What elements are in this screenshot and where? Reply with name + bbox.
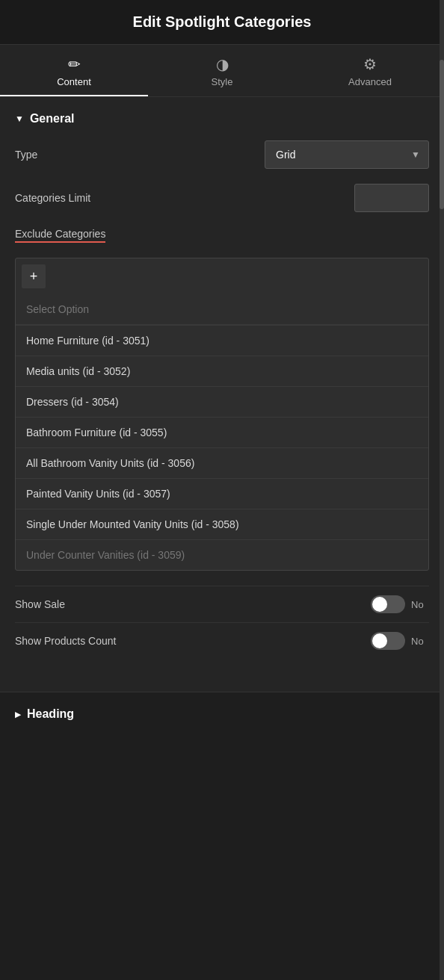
general-section: ▼ General Type Grid List Carousel ▼ Cate…: [15, 112, 429, 659]
tab-content-label: Content: [57, 76, 91, 87]
page-title: Edit Spotlight Categories: [133, 13, 312, 30]
exclude-categories-dropdown: + Select Option Home Furniture (id - 305…: [15, 258, 429, 571]
list-item[interactable]: Painted Vanity Units (id - 3057): [16, 478, 428, 509]
pencil-icon: ✏: [68, 57, 81, 72]
categories-limit-label: Categories Limit: [15, 192, 90, 204]
show-sale-label: Show Sale: [15, 598, 65, 610]
general-section-header: ▼ General: [15, 112, 429, 125]
list-item-partial: Under Counter Vanities (id - 3059): [16, 539, 428, 570]
tab-style-label: Style: [212, 76, 233, 87]
tab-style[interactable]: ◑ Style: [148, 45, 296, 96]
list-item[interactable]: Dressers (id - 3054): [16, 386, 428, 417]
gear-icon: ⚙: [363, 57, 377, 72]
tab-content[interactable]: ✏ Content: [0, 45, 148, 96]
show-products-count-row: Show Products Count No: [15, 622, 429, 659]
exclude-categories-section: Exclude Categories + Select Option Home …: [15, 227, 429, 659]
heading-section: ▶ Heading: [0, 692, 444, 736]
type-select-wrapper: Grid List Carousel ▼: [265, 140, 429, 169]
plus-icon: +: [30, 269, 38, 285]
heading-section-header[interactable]: ▶ Heading: [15, 707, 429, 721]
heading-expand-arrow[interactable]: ▶: [15, 710, 21, 719]
show-products-count-toggle-wrapper: No: [371, 632, 429, 650]
show-sale-toggle-wrapper: No: [371, 595, 429, 613]
type-label: Type: [15, 149, 37, 161]
scrollbar-track: [440, 0, 444, 980]
show-sale-row: Show Sale No: [15, 586, 429, 622]
tab-advanced-label: Advanced: [348, 76, 392, 87]
type-select[interactable]: Grid List Carousel: [265, 140, 429, 169]
exclude-categories-label: Exclude Categories: [15, 228, 105, 243]
circle-half-icon: ◑: [216, 57, 229, 72]
show-products-count-toggle[interactable]: [371, 632, 405, 650]
general-section-title: General: [30, 112, 75, 125]
page-header: Edit Spotlight Categories: [0, 0, 444, 45]
list-item[interactable]: Media units (id - 3052): [16, 356, 428, 386]
show-sale-status: No: [411, 599, 429, 610]
list-item[interactable]: Single Under Mounted Vanity Units (id - …: [16, 509, 428, 539]
show-products-count-status: No: [411, 636, 429, 647]
dropdown-placeholder: Select Option: [16, 294, 428, 325]
categories-limit-field-row: Categories Limit: [15, 184, 429, 212]
heading-section-title: Heading: [27, 707, 74, 721]
show-products-count-label: Show Products Count: [15, 635, 116, 647]
list-item[interactable]: All Bathroom Vanity Units (id - 3056): [16, 447, 428, 478]
show-sale-toggle[interactable]: [371, 595, 405, 613]
add-category-button[interactable]: +: [22, 264, 46, 288]
scrollbar-thumb[interactable]: [440, 60, 444, 209]
main-content: ▼ General Type Grid List Carousel ▼ Cate…: [0, 97, 444, 692]
categories-limit-input[interactable]: [354, 184, 429, 212]
general-collapse-arrow[interactable]: ▼: [15, 114, 24, 124]
category-dropdown-list: Select Option Home Furniture (id - 3051)…: [16, 294, 428, 570]
tab-advanced[interactable]: ⚙ Advanced: [296, 45, 444, 96]
list-item[interactable]: Home Furniture (id - 3051): [16, 325, 428, 356]
type-field-row: Type Grid List Carousel ▼: [15, 140, 429, 169]
tab-bar: ✏ Content ◑ Style ⚙ Advanced: [0, 45, 444, 97]
list-item[interactable]: Bathroom Furniture (id - 3055): [16, 417, 428, 447]
